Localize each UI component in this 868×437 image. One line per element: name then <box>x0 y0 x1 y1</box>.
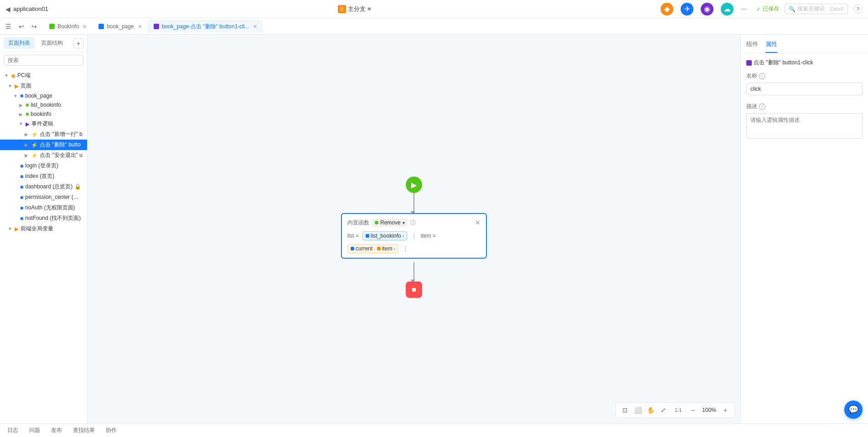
icon-blue[interactable]: ✈ <box>681 3 693 16</box>
param-item-current-icon <box>351 247 354 250</box>
param-item-more[interactable]: ⋮ <box>402 245 408 252</box>
start-icon: ▶ <box>411 181 417 189</box>
search-box[interactable]: 🔍 搜索关键词 Ctrl+F <box>785 4 848 14</box>
desc-textarea[interactable] <box>746 113 863 139</box>
event-icon-click-exit: ⚡ <box>31 152 38 159</box>
expand-icon-click-delete: ▶ <box>24 142 29 148</box>
canvas-content[interactable]: ▶ 内置函数 Rem <box>88 35 740 423</box>
tab-bookinfo[interactable]: BookInfo ✕ <box>44 21 92 31</box>
tab-close-bookinfo[interactable]: ✕ <box>83 24 87 30</box>
tree-item-list-bookinfo[interactable]: ▶ ■ list_bookinfo <box>0 100 87 109</box>
connector-line-top <box>413 193 414 213</box>
tree-item-index[interactable]: ■ index (首页) <box>0 171 87 182</box>
tab-properties[interactable]: 属性 <box>765 38 777 53</box>
icon-orange[interactable]: ◆ <box>661 3 673 16</box>
toolbar-divider2 <box>685 406 686 414</box>
tree-label-pages: 页面 <box>21 82 31 90</box>
tree-item-bookinfo[interactable]: ▶ ■ bookinfo <box>0 109 87 119</box>
back-icon[interactable]: ◀ <box>5 5 10 13</box>
end-node[interactable]: ■ <box>406 281 422 298</box>
param-list-more[interactable]: ⋮ <box>411 232 417 239</box>
function-badge[interactable]: Remove ▾ <box>372 218 408 227</box>
sidebar-toggle-btn[interactable]: ☰ <box>4 22 13 31</box>
page-list-btn[interactable]: 页面列表 <box>4 37 35 49</box>
param-list-label: list = <box>347 233 359 239</box>
tree-item-pc[interactable]: ▼ ◉ PC端 <box>0 70 87 81</box>
name-input[interactable] <box>746 83 863 95</box>
tab-label-book-page: book_page <box>107 23 134 30</box>
tree-item-permission[interactable]: ■ permission_center (权限中 <box>0 192 87 203</box>
bottom-collab[interactable]: 协作 <box>106 427 117 434</box>
param-list-value[interactable]: list_bookinfo › <box>362 231 407 240</box>
help-icon[interactable]: ? <box>853 5 863 14</box>
tree-label-click-delete: 点击 "删除" butto <box>40 141 81 149</box>
branch-expand-icon: ≡ <box>367 5 371 12</box>
tree-item-noauth[interactable]: ■ noAuth (无权限页面) <box>0 203 87 213</box>
fullscreen-btn[interactable]: ⤢ <box>658 405 669 416</box>
tree-item-click-add[interactable]: ▶ ⚡ 点击 "新增一行" b <box>0 129 87 140</box>
tab-book-page-click[interactable]: book_page-点击 "删除" button1-cli... ✕ <box>149 21 262 32</box>
bottom-issues[interactable]: 问题 <box>29 427 40 434</box>
flow-diagram: ▶ 内置函数 Rem <box>323 149 505 309</box>
tree-item-dashboard[interactable]: ■ dashboard (总览页) 🔒 <box>0 182 87 192</box>
search-input[interactable] <box>4 55 83 66</box>
start-node[interactable]: ▶ <box>406 177 422 193</box>
icon-teal[interactable]: ☁ <box>721 3 734 16</box>
function-params: list = list_bookinfo › ⋮ item = current <box>347 231 480 253</box>
function-close-btn[interactable]: ✕ <box>475 219 480 226</box>
page-icon-permission: ■ <box>20 194 23 201</box>
tree-item-click-exit[interactable]: ▶ ⚡ 点击 "安全退出" u <box>0 150 87 161</box>
desc-label-text: 描述 <box>746 103 757 110</box>
param-item-arrow: › <box>393 246 395 251</box>
tab-book-page[interactable]: book_page ✕ <box>93 21 146 31</box>
zoom-out-btn[interactable]: − <box>687 405 698 416</box>
sidebar-top: 页面列表 页面结构 + <box>0 35 87 52</box>
chat-bubble[interactable]: 💬 <box>844 401 863 419</box>
function-name: Remove <box>380 219 401 226</box>
tree-label-click-exit: 点击 "安全退出" u <box>40 151 83 159</box>
expand-icon-click-exit: ▶ <box>24 153 29 158</box>
page-structure-btn[interactable]: 页面结构 <box>36 37 67 49</box>
undo-btn[interactable]: ↩ <box>17 22 26 31</box>
zoom-in-btn[interactable]: + <box>720 405 731 416</box>
page-icon-index: ■ <box>20 173 23 180</box>
expand-icon-list-bookinfo: ▶ <box>18 102 24 108</box>
param-item-value[interactable]: current . item › <box>347 244 398 253</box>
function-badge-dot <box>375 221 378 224</box>
tree-item-login[interactable]: ■ login (登录页) <box>0 161 87 171</box>
tree-item-notfound[interactable]: ■ notFound (找不到页面) <box>0 213 87 224</box>
tab-component[interactable]: 组件 <box>746 38 758 53</box>
redo-btn[interactable]: ↪ <box>30 22 39 31</box>
bottom-find-results[interactable]: 查找结果 <box>73 427 95 434</box>
connector-line-bottom <box>413 262 414 281</box>
tree-item-pages[interactable]: ▼ ▶ 页面 <box>0 81 87 91</box>
add-page-btn[interactable]: + <box>73 38 83 48</box>
page-icon-dashboard: ■ <box>20 184 23 190</box>
tree-label-dashboard: dashboard (总览页) 🔒 <box>25 183 81 191</box>
desc-info-icon: i <box>759 104 765 110</box>
fit-view-btn[interactable]: ⊡ <box>620 405 630 416</box>
hand-btn[interactable]: ✋ <box>645 405 656 416</box>
breadcrumb-icon <box>746 60 752 66</box>
tab-label-book-page-click: book_page-点击 "删除" button1-cli... <box>162 23 249 31</box>
icon-purple[interactable]: ◉ <box>701 3 713 16</box>
bottom-log[interactable]: 日志 <box>7 427 18 434</box>
folder-icon-pc: ◉ <box>11 73 16 79</box>
tree-item-event-logic[interactable]: ▼ ▶ 事件逻辑 <box>0 119 87 129</box>
tree-item-book-page[interactable]: ▼ ■ book_page <box>0 91 87 100</box>
ratio-btn[interactable]: 1:1 <box>673 405 683 416</box>
tree-item-click-delete[interactable]: ▶ ⚡ 点击 "删除" butto <box>0 140 87 150</box>
event-icon-click-add: ⚡ <box>31 131 38 138</box>
tab-close-book-page[interactable]: ✕ <box>138 24 142 30</box>
frame-btn[interactable]: ⬜ <box>632 405 643 416</box>
branch-selector-inner[interactable]: 主 主分支 ≡ <box>338 5 371 13</box>
tree-item-global-vars[interactable]: ▼ ▶ 前端全局变量 <box>0 224 87 234</box>
tab-close-book-page-click[interactable]: ✕ <box>253 24 257 30</box>
saved-check: ✓ <box>756 6 761 12</box>
name-label-text: 名称 <box>746 72 757 80</box>
bottom-publish[interactable]: 发布 <box>51 427 62 434</box>
top-bar: ◀ application01 主 主分支 ≡ ◆ ✈ ◉ ☁ ··· ✓ 已保… <box>0 0 868 18</box>
more-icon[interactable]: ··· <box>741 5 747 13</box>
canvas-area: ▶ 内置函数 Rem <box>88 35 740 423</box>
comp-icon-list-bookinfo: ■ <box>26 102 29 108</box>
